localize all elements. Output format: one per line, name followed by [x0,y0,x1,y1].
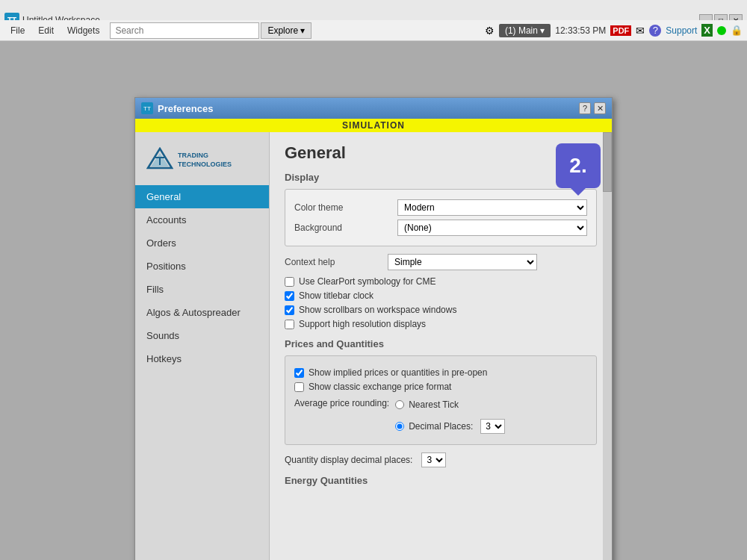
scrollbars-row: Show scrollbars on workspace windows [285,305,597,315]
time-display: 12:33:53 PM [555,25,606,36]
clearport-row: Use ClearPort symbology for CME [285,276,597,287]
mail-icon[interactable]: ✉ [636,25,645,37]
dialog-title: Preferences [158,103,213,114]
energy-section-header: Energy Quantities [285,475,597,486]
scrollbars-label: Show scrollbars on workspace windows [299,305,456,315]
display-settings-box: Color theme Modern Classic Dark Backgrou… [285,189,597,246]
context-help-select[interactable]: Simple Advanced None [388,254,537,270]
excel-icon[interactable]: X [701,24,713,37]
high-res-label: Support high resolution displays [299,319,426,329]
implied-prices-label: Show implied prices or quantities in pre… [309,367,487,378]
decimal-places-radio[interactable] [395,422,404,431]
nearest-tick-label: Nearest Tick [409,399,459,410]
lock-icon: 🔒 [731,25,743,36]
content-title: General [285,143,597,163]
pdf-icon[interactable]: PDF [610,25,631,36]
dialog-close-button[interactable]: ✕ [594,102,606,114]
sidebar-item-general[interactable]: General [135,185,269,208]
context-help-row: Context help Simple Advanced None [285,254,597,270]
sidebar-item-hotkeys[interactable]: Hotkeys [135,347,269,370]
help-icon[interactable]: ? [649,25,661,37]
context-help-label: Context help [285,257,382,267]
logo-text: TRADINGTECHNOLOGIES [178,152,232,169]
qty-decimal-label: Quantity display decimal places: [285,455,412,465]
implied-prices-row: Show implied prices or quantities in pre… [294,367,587,378]
dialog-body: TRADINGTECHNOLOGIES General Accounts Ord… [135,132,612,560]
sidebar: TRADINGTECHNOLOGIES General Accounts Ord… [135,132,270,560]
step-badge: 2. [556,143,601,188]
menu-file[interactable]: File [4,24,31,37]
dialog-controls[interactable]: ? ✕ [579,102,606,114]
background-row: Background (None) Custom [294,220,587,236]
dialog-titlebar: TT Preferences ? ✕ [135,98,612,119]
scroll-thumb[interactable] [603,132,612,192]
scrollbars-checkbox[interactable] [285,305,294,315]
background-label: Background [294,223,391,233]
gear-icon[interactable]: ⚙ [485,25,495,37]
decimal-places-label: Decimal Places: [409,421,473,432]
qty-decimal-row: Quantity display decimal places: 012345 [285,452,597,467]
display-section-header: Display [285,172,597,183]
right-controls: ⚙ (1) Main ▾ 12:33:53 PM PDF ✉ ? Support… [485,24,743,37]
prices-section-header: Prices and Quantities [285,338,597,349]
nearest-tick-radio[interactable] [395,400,404,409]
support-label[interactable]: Support [666,25,697,36]
background-select[interactable]: (None) Custom [397,220,587,236]
explore-button[interactable]: Explore ▾ [261,22,311,39]
classic-format-row: Show classic exchange price format [294,382,587,392]
main-dropdown[interactable]: (1) Main ▾ [499,24,551,37]
titlebar-clock-label: Show titlebar clock [299,290,374,301]
status-green [717,26,726,35]
dialog-app-icon: TT [141,102,153,114]
sidebar-item-algos[interactable]: Algos & Autospreader [135,301,269,324]
qty-decimal-select[interactable]: 012345 [421,452,446,467]
menu-widgets[interactable]: Widgets [61,24,105,37]
implied-prices-checkbox[interactable] [294,368,304,378]
scroll-track[interactable] [603,132,612,560]
color-theme-select[interactable]: Modern Classic Dark [397,199,587,216]
clearport-checkbox[interactable] [285,277,294,287]
main-area: TT Preferences ? ✕ SIMULATION [0,41,747,560]
simulation-bar: SIMULATION [135,119,612,132]
prices-section-box: Show implied prices or quantities in pre… [285,355,597,445]
nearest-tick-row: Nearest Tick [395,399,505,410]
sidebar-item-positions[interactable]: Positions [135,255,269,278]
sidebar-item-sounds[interactable]: Sounds [135,324,269,347]
classic-format-checkbox[interactable] [294,382,304,392]
dialog-help-button[interactable]: ? [579,102,591,114]
titlebar-clock-checkbox[interactable] [285,291,294,301]
search-input[interactable] [110,22,259,39]
titlebar-clock-row: Show titlebar clock [285,290,597,301]
tt-logo [146,147,173,174]
color-theme-label: Color theme [294,202,391,213]
color-theme-row: Color theme Modern Classic Dark [294,199,587,216]
menubar: File Edit Widgets Explore ▾ ⚙ (1) Main ▾… [0,20,747,41]
content-area: 2. General Display Color theme Modern Cl… [270,132,612,560]
sidebar-item-orders[interactable]: Orders [135,231,269,255]
decimal-places-row: Decimal Places: 12345 [395,419,505,434]
decimal-places-select[interactable]: 12345 [480,419,505,434]
sidebar-item-fills[interactable]: Fills [135,278,269,301]
classic-format-label: Show classic exchange price format [309,382,451,392]
high-res-row: Support high resolution displays [285,319,597,329]
logo-area: TRADINGTECHNOLOGIES [135,140,269,185]
sidebar-item-accounts[interactable]: Accounts [135,208,269,231]
menu-edit[interactable]: Edit [32,24,60,37]
high-res-checkbox[interactable] [285,320,294,329]
preferences-dialog: TT Preferences ? ✕ SIMULATION [134,97,613,560]
clearport-label: Use ClearPort symbology for CME [299,276,436,287]
avg-rounding-label: Average price rounding: [294,396,389,408]
